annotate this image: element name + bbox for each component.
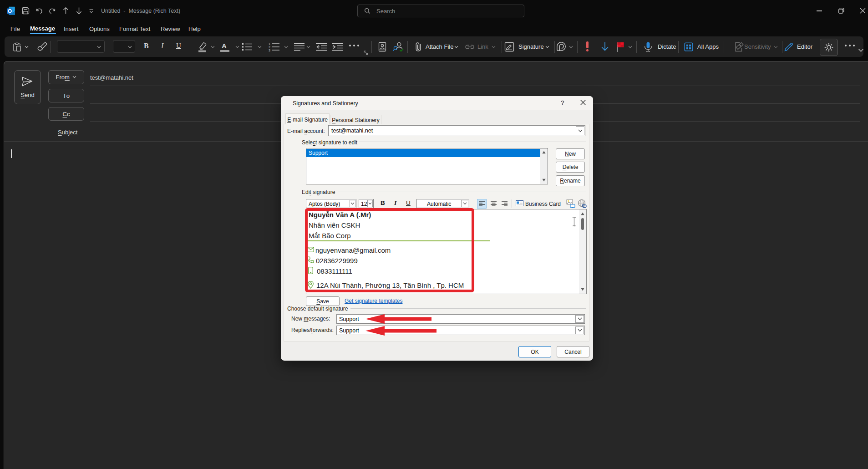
svg-text:1: 1: [269, 42, 270, 46]
svg-text:3: 3: [269, 49, 270, 52]
svg-text:2: 2: [269, 46, 270, 49]
